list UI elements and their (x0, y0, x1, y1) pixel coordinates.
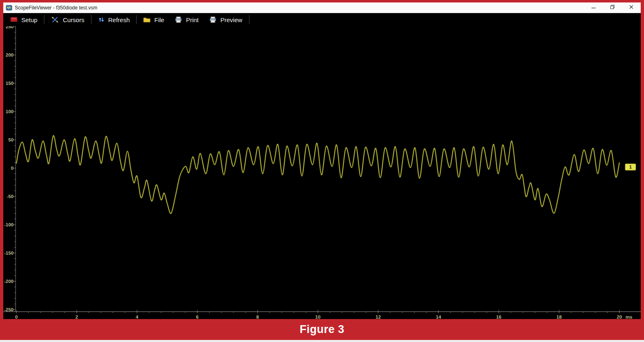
y-tick-label: 0 (11, 166, 14, 171)
channel-1-marker-label: 1 (629, 164, 632, 169)
folder-icon (143, 17, 151, 23)
y-tick-label: -250 (4, 307, 14, 312)
toolbar-separator (136, 15, 137, 24)
channel-1-marker[interactable]: 1 (625, 164, 636, 170)
y-tick-label: -100 (4, 222, 14, 227)
x-tick-label: 8 (256, 315, 259, 319)
y-tick-label: 50 (8, 137, 14, 142)
y-tick-label: -50 (7, 194, 14, 199)
figure-frame: ScopeFileViewer - f350diode test.vsm (0, 0, 644, 342)
cursors-label: Cursors (63, 16, 84, 23)
figure-caption: Figure 3 (299, 323, 344, 336)
window-title: ScopeFileViewer - f350diode test.vsm (15, 5, 97, 11)
x-tick-label: 12 (376, 315, 381, 319)
figure-caption-banner: Figure 3 (0, 319, 644, 340)
setup-label: Setup (21, 16, 37, 23)
toolbar-separator (91, 15, 91, 24)
minimize-button[interactable] (584, 2, 603, 13)
close-icon (629, 5, 634, 11)
preview-button[interactable]: Preview (204, 14, 247, 25)
preview-label: Preview (220, 16, 242, 23)
toolbar: Setup Cursors (3, 13, 641, 26)
waveform-trace (16, 136, 619, 214)
print-preview-icon (209, 16, 217, 23)
x-tick-label: 10 (315, 315, 321, 319)
x-unit-label: ms (626, 315, 633, 319)
close-button[interactable] (622, 2, 641, 13)
x-tick-label: 18 (557, 315, 562, 319)
refresh-button[interactable]: Refresh (93, 14, 135, 25)
cursors-icon (51, 16, 59, 23)
file-button[interactable]: File (138, 14, 169, 25)
file-label: File (154, 16, 164, 23)
cursors-button[interactable]: Cursors (46, 14, 90, 25)
refresh-icon (98, 16, 105, 23)
y-tick-label: -150 (4, 251, 14, 255)
y-tick-label: 150 (6, 81, 14, 86)
app-icon (6, 5, 12, 11)
x-tick-label: 0 (15, 315, 18, 319)
toolbar-separator (249, 15, 249, 24)
x-tick-label: 4 (136, 315, 139, 319)
x-tick-label: 20 (617, 315, 622, 319)
titlebar: ScopeFileViewer - f350diode test.vsm (3, 2, 641, 13)
page-edge (0, 340, 644, 342)
y-tick-label: 250 (6, 26, 14, 29)
x-tick-label: 14 (436, 315, 441, 319)
y-tick-label: 200 (6, 52, 14, 57)
window-controls (584, 2, 641, 13)
toolbar-separator (44, 15, 44, 24)
x-tick-label: 16 (496, 315, 502, 319)
minimize-icon (591, 5, 596, 11)
printer-icon (175, 16, 182, 23)
axes (3, 26, 641, 313)
print-button[interactable]: Print (169, 14, 204, 25)
maximize-button[interactable] (603, 2, 622, 13)
refresh-label: Refresh (108, 16, 130, 23)
y-tick-label: 100 (6, 109, 14, 114)
y-tick-label: -200 (4, 279, 14, 284)
x-tick-label: 2 (75, 315, 78, 319)
x-tick-label: 6 (196, 315, 199, 319)
scope-display: 250200150100500-50-100-150-200-250024681… (3, 26, 641, 319)
setup-button[interactable]: Setup (5, 14, 43, 25)
scope-svg: 250200150100500-50-100-150-200-250024681… (3, 26, 641, 319)
restore-icon (610, 5, 615, 11)
app-window: ScopeFileViewer - f350diode test.vsm (3, 2, 641, 319)
setup-icon (10, 17, 18, 23)
print-label: Print (186, 16, 199, 23)
axis-labels: 250200150100500-50-100-150-200-250024681… (4, 26, 633, 319)
